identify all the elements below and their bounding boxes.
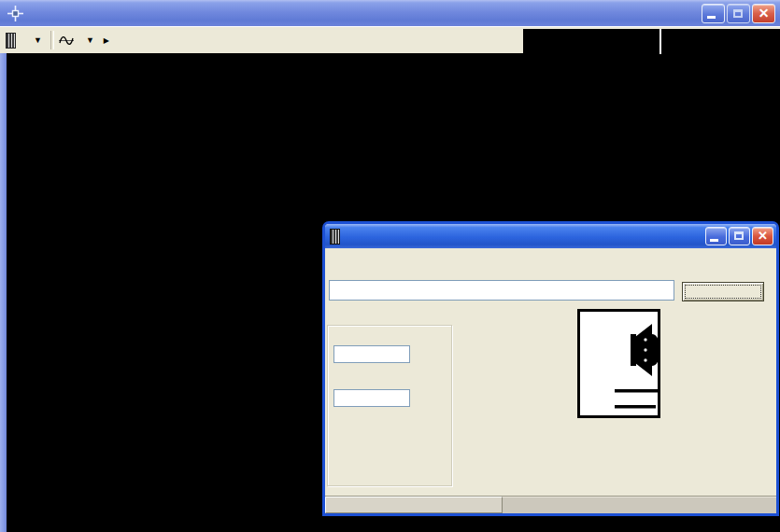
box-shape-button[interactable] <box>682 282 764 301</box>
box-tab-page <box>325 248 776 513</box>
parameters-header[interactable] <box>325 497 503 513</box>
bottom-bar-spacer <box>503 497 776 513</box>
vent-line-bottom <box>615 405 656 409</box>
vent-line-top <box>615 389 658 393</box>
maximize-button[interactable] <box>727 4 750 23</box>
main-title-bar: ✕ <box>0 0 780 26</box>
minimize-button[interactable] <box>702 4 725 23</box>
volume-input[interactable] <box>333 345 410 363</box>
box-shape-diagram <box>577 309 660 418</box>
close-button[interactable]: ✕ <box>752 4 775 23</box>
speaker-box-icon <box>580 312 658 415</box>
toolbar-overflow-icon[interactable]: ▶ <box>104 36 109 45</box>
dialog-tab-bar <box>328 227 773 250</box>
window-left-border <box>0 53 7 532</box>
toolbar-separator <box>50 31 54 49</box>
minimize-icon <box>707 16 716 19</box>
crosshair-icon <box>7 6 23 21</box>
tuning-freq-input[interactable] <box>333 389 410 407</box>
view-selector-combo[interactable]: ▼ <box>77 29 98 51</box>
toolbar-display-panel-right <box>661 29 780 54</box>
project-selector-combo[interactable]: ▼ <box>21 29 46 51</box>
chevron-down-icon: ▼ <box>34 35 42 45</box>
maximize-icon <box>733 9 743 18</box>
chevron-down-icon: ▼ <box>86 35 94 45</box>
box-parameters-dialog: ✕ <box>322 221 779 516</box>
toolbar-display-panel-left <box>523 29 661 54</box>
close-icon: ✕ <box>753 5 774 22</box>
box-type-field[interactable] <box>329 280 674 301</box>
toolbar: ▼ ▼ ▶ <box>0 26 780 53</box>
dialog-bottom-bar <box>325 496 776 513</box>
project-doc-icon <box>6 33 16 49</box>
waveform-icon <box>59 35 74 47</box>
